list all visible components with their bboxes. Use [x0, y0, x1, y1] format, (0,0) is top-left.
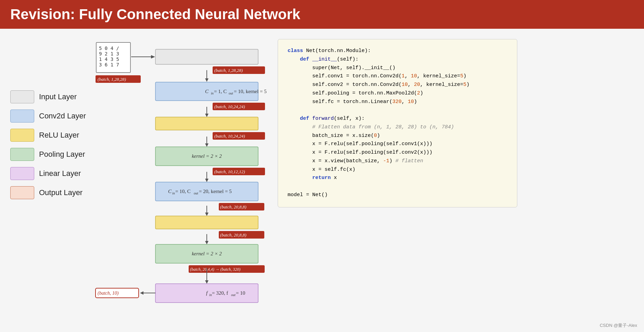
network-diagram: 5 0 4 / 9 2 1 3 1 4 3 5 3 6 1 7 (batch, … — [93, 36, 271, 332]
legend-color-conv2d — [10, 110, 34, 123]
svg-text:(batch, 20,8,8): (batch, 20,8,8) — [220, 204, 247, 209]
svg-marker-51 — [140, 291, 143, 295]
svg-marker-21 — [205, 143, 209, 147]
svg-text:in: in — [209, 293, 212, 297]
svg-text:C: C — [205, 89, 209, 94]
header-title: Revision: Fully Connected Neural Network — [10, 6, 300, 22]
watermark: CSDN @量子-Alex — [600, 322, 637, 329]
svg-marker-8 — [205, 78, 209, 82]
layer-relu1-box — [155, 117, 258, 130]
svg-text:(batch, 10,24,24): (batch, 10,24,24) — [214, 133, 245, 139]
legend-item-conv2d: Conv2d Layer — [10, 110, 86, 123]
legend-label-relu: ReLU Layer — [39, 131, 79, 140]
svg-marker-44 — [205, 280, 209, 284]
svg-text:kernel = 2 × 2: kernel = 2 × 2 — [192, 251, 222, 256]
input-batch-label: (batch, 1,28,28) — [98, 77, 126, 82]
layer-input-box — [155, 49, 258, 64]
layer-relu2-box — [155, 216, 258, 229]
svg-text:(batch, 1,28,28): (batch, 1,28,28) — [214, 68, 243, 73]
legend-item-pooling: Pooling Layer — [10, 148, 86, 161]
input-image-text: 5 0 4 / — [99, 46, 119, 51]
svg-text:in: in — [172, 191, 175, 195]
svg-text:out: out — [231, 293, 236, 297]
svg-text:= 10, C: = 10, C — [175, 189, 191, 194]
legend-label-pooling: Pooling Layer — [39, 150, 85, 159]
svg-marker-26 — [205, 179, 209, 182]
legend-item-relu: ReLU Layer — [10, 129, 86, 142]
header: Revision: Fully Connected Neural Network — [0, 0, 644, 29]
svg-text:(batch, 10,12,12): (batch, 10,12,12) — [214, 169, 245, 174]
svg-text:kernel = 2 × 2: kernel = 2 × 2 — [192, 153, 222, 159]
legend-color-linear — [10, 167, 34, 180]
svg-text:3 6 1 7: 3 6 1 7 — [99, 62, 119, 67]
diagram-svg: 5 0 4 / 9 2 1 3 1 4 3 5 3 6 1 7 (batch, … — [93, 36, 271, 332]
svg-text:out: out — [229, 91, 233, 95]
svg-marker-35 — [205, 213, 209, 216]
svg-text:9 2 1 3: 9 2 1 3 — [99, 51, 119, 56]
svg-text:in: in — [211, 91, 214, 95]
legend-item-linear: Linear Layer — [10, 167, 86, 180]
svg-text:(batch, 10,24,24): (batch, 10,24,24) — [214, 104, 245, 109]
legend: Input LayerConv2d LayerReLU LayerPooling… — [10, 36, 86, 327]
legend-color-input — [10, 90, 34, 103]
legend-color-pooling — [10, 148, 34, 161]
svg-text:= 20, kernel = 5: = 20, kernel = 5 — [199, 189, 232, 194]
legend-label-output: Output Layer — [39, 188, 83, 197]
svg-text:out: out — [194, 191, 198, 195]
legend-label-linear: Linear Layer — [39, 169, 81, 178]
svg-text:(batch, 20,8,8): (batch, 20,8,8) — [220, 232, 247, 238]
code-panel: class Net(torch.nn.Module): def __init__… — [278, 39, 517, 207]
svg-marker-17 — [205, 114, 209, 117]
svg-marker-4 — [151, 55, 155, 59]
legend-label-conv2d: Conv2d Layer — [39, 112, 86, 120]
svg-text:C: C — [168, 189, 172, 194]
svg-text:= 320, f: = 320, f — [212, 290, 228, 296]
svg-marker-39 — [205, 241, 209, 244]
svg-text:= 10, kernel = 5: = 10, kernel = 5 — [234, 89, 267, 94]
legend-item-output: Output Layer — [10, 186, 86, 199]
legend-color-output — [10, 186, 34, 199]
svg-text:1 4 3 5: 1 4 3 5 — [99, 56, 119, 62]
legend-color-relu — [10, 129, 34, 142]
svg-text:(batch, 20,4,4) → (batch, 320): (batch, 20,4,4) → (batch, 320) — [190, 267, 240, 272]
legend-item-input: Input Layer — [10, 90, 86, 103]
svg-text:= 10: = 10 — [236, 290, 245, 296]
svg-text:= 1, C: = 1, C — [214, 89, 227, 94]
output-label-text: (batch, 10) — [98, 291, 119, 296]
legend-label-input: Input Layer — [39, 92, 77, 101]
